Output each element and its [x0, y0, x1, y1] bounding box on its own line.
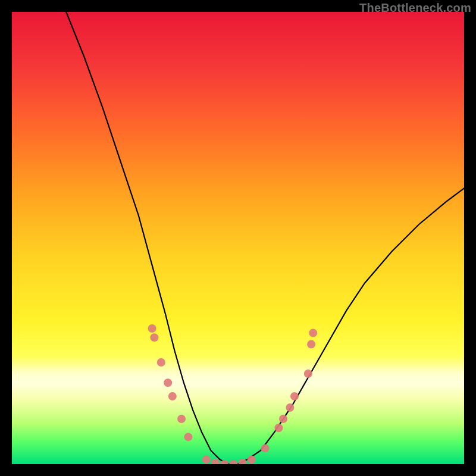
data-marker	[290, 392, 299, 400]
chart-svg	[12, 12, 464, 464]
data-marker	[309, 329, 317, 337]
data-marker	[248, 455, 256, 464]
data-marker	[202, 455, 211, 464]
chart-plot-area	[12, 12, 464, 464]
data-marker	[286, 403, 294, 412]
data-marker	[150, 333, 158, 342]
data-marker	[157, 358, 165, 367]
data-marker	[239, 459, 247, 464]
chart-stage: TheBottleneck.com	[0, 0, 476, 476]
data-marker	[229, 460, 237, 464]
data-marker	[261, 444, 270, 452]
data-marker	[164, 378, 172, 387]
data-marker	[274, 424, 283, 432]
data-marker	[184, 433, 192, 441]
watermark-text: TheBottleneck.com	[359, 1, 471, 15]
data-marker	[307, 340, 315, 349]
data-marker	[211, 459, 220, 464]
data-marker	[279, 415, 287, 423]
data-marker	[177, 415, 186, 423]
data-marker	[168, 392, 177, 400]
bottleneck-curve-path	[66, 12, 464, 464]
data-marker	[148, 324, 156, 333]
data-marker	[304, 369, 312, 378]
